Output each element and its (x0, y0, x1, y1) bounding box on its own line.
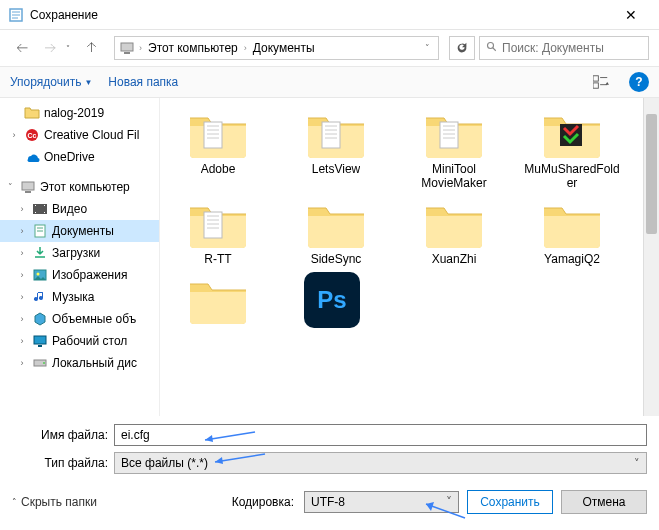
downloads-icon (32, 245, 48, 261)
folder-item[interactable]: Ps (286, 272, 386, 328)
svg-point-6 (488, 42, 494, 48)
music-icon (32, 289, 48, 305)
sidebar-item-label: Рабочий стол (52, 334, 127, 348)
organize-menu[interactable]: Упорядочить ▼ (10, 75, 92, 89)
expander-icon[interactable]: › (16, 270, 28, 280)
expander-icon[interactable]: › (16, 248, 28, 258)
expander-icon[interactable]: › (8, 130, 20, 140)
hide-folders-button[interactable]: ˄ Скрыть папки (12, 495, 97, 509)
up-button[interactable]: 🡡 (80, 36, 104, 60)
nav-bar: 🡠 🡢 ˅ 🡡 › Этот компьютер › Документы ˅ (0, 30, 659, 66)
svg-text:Cc: Cc (28, 132, 37, 139)
folder-item[interactable]: Adobe (168, 106, 268, 190)
filetype-combo[interactable]: Все файлы (*.*) (114, 452, 647, 474)
sidebar-item-label: Этот компьютер (40, 180, 130, 194)
3d-icon (32, 311, 48, 327)
pc-icon (119, 40, 135, 56)
disk-icon (32, 355, 48, 371)
sidebar-item[interactable]: OneDrive (0, 146, 159, 168)
sidebar-item-label: Локальный дис (52, 356, 137, 370)
view-options-button[interactable] (589, 70, 613, 94)
sidebar-item[interactable]: ›Локальный дис (0, 352, 159, 374)
folder-item[interactable] (168, 272, 268, 328)
search-input[interactable] (502, 41, 652, 55)
folder-label: R-TT (204, 252, 231, 266)
pc-icon (20, 179, 36, 195)
sidebar-item-label: Изображения (52, 268, 127, 282)
sidebar-item-label: Видео (52, 202, 87, 216)
desktop-icon (32, 333, 48, 349)
svg-rect-15 (25, 191, 31, 193)
sidebar-item[interactable]: ˅Этот компьютер (0, 176, 159, 198)
expander-icon[interactable]: ˅ (4, 182, 16, 192)
sidebar-item-label: Объемные объ (52, 312, 136, 326)
photoshop-icon: Ps (304, 272, 360, 328)
scrollbar-vertical[interactable] (643, 98, 659, 416)
breadcrumb-current[interactable]: Документы (251, 41, 317, 55)
expander-icon[interactable]: › (16, 358, 28, 368)
back-button[interactable]: 🡠 (10, 36, 34, 60)
breadcrumb-dropdown[interactable]: ˅ (421, 43, 434, 53)
svg-line-7 (493, 47, 496, 50)
cancel-button[interactable]: Отмена (561, 490, 647, 514)
svg-rect-9 (593, 83, 598, 88)
new-folder-button[interactable]: Новая папка (108, 75, 178, 89)
history-dropdown[interactable]: ˅ (66, 44, 76, 53)
folder-label: YamagiQ2 (544, 252, 600, 266)
sidebar-item[interactable]: ›Загрузки (0, 242, 159, 264)
onedrive-icon (24, 149, 40, 165)
search-box[interactable] (479, 36, 649, 60)
expander-icon[interactable]: › (16, 336, 28, 346)
close-button[interactable]: ✕ (611, 0, 651, 30)
titlebar: Сохранение ✕ (0, 0, 659, 30)
folder-item[interactable]: SideSync (286, 196, 386, 266)
svg-rect-14 (22, 182, 34, 190)
expander-icon[interactable]: › (16, 226, 28, 236)
sidebar-item[interactable]: ›Документы (0, 220, 159, 242)
window-title: Сохранение (30, 8, 611, 22)
folder-item[interactable]: R-TT (168, 196, 268, 266)
action-row: ˄ Скрыть папки Кодировка: UTF-8 Сохранит… (0, 480, 659, 524)
filename-input[interactable] (114, 424, 647, 446)
sidebar: nalog-2019›CcCreative Cloud FilOneDrive˅… (0, 98, 160, 416)
sidebar-item-label: Загрузки (52, 246, 100, 260)
sidebar-item[interactable]: ›Рабочий стол (0, 330, 159, 352)
folder-item[interactable]: MiniTool MovieMaker (404, 106, 504, 190)
encoding-combo[interactable]: UTF-8 (304, 491, 459, 513)
expander-icon[interactable]: › (16, 204, 28, 214)
video-icon (32, 201, 48, 217)
help-button[interactable]: ? (629, 72, 649, 92)
breadcrumb[interactable]: › Этот компьютер › Документы ˅ (114, 36, 439, 60)
expander-icon[interactable]: › (16, 292, 28, 302)
folder-icon (422, 106, 486, 162)
sidebar-item[interactable]: ›CcCreative Cloud Fil (0, 124, 159, 146)
expander-icon[interactable]: › (16, 314, 28, 324)
sidebar-item[interactable]: nalog-2019 (0, 102, 159, 124)
sidebar-item[interactable]: ›Изображения (0, 264, 159, 286)
refresh-button[interactable] (449, 36, 475, 60)
filename-label: Имя файла: (12, 428, 108, 442)
chevron-right-icon: › (242, 43, 249, 53)
folder-label: XuanZhi (432, 252, 477, 266)
scrollbar-thumb[interactable] (646, 114, 657, 234)
sidebar-item[interactable]: ›Объемные объ (0, 308, 159, 330)
images-icon (32, 267, 48, 283)
cc-icon: Cc (24, 127, 40, 143)
folder-icon (186, 106, 250, 162)
folder-item[interactable]: LetsView (286, 106, 386, 190)
folder-item[interactable]: MuMuSharedFolder (522, 106, 622, 190)
app-icon (8, 7, 24, 23)
folder-item[interactable]: XuanZhi (404, 196, 504, 266)
sidebar-item-label: Музыка (52, 290, 94, 304)
sidebar-item[interactable]: ›Музыка (0, 286, 159, 308)
svg-rect-8 (593, 76, 598, 81)
sidebar-item-label: OneDrive (44, 150, 95, 164)
search-icon (486, 41, 498, 56)
toolbar: Упорядочить ▼ Новая папка ? (0, 66, 659, 98)
svg-point-29 (43, 362, 45, 364)
forward-button[interactable]: 🡢 (38, 36, 62, 60)
sidebar-item[interactable]: ›Видео (0, 198, 159, 220)
folder-item[interactable]: YamagiQ2 (522, 196, 622, 266)
save-button[interactable]: Сохранить (467, 490, 553, 514)
breadcrumb-root[interactable]: Этот компьютер (146, 41, 240, 55)
